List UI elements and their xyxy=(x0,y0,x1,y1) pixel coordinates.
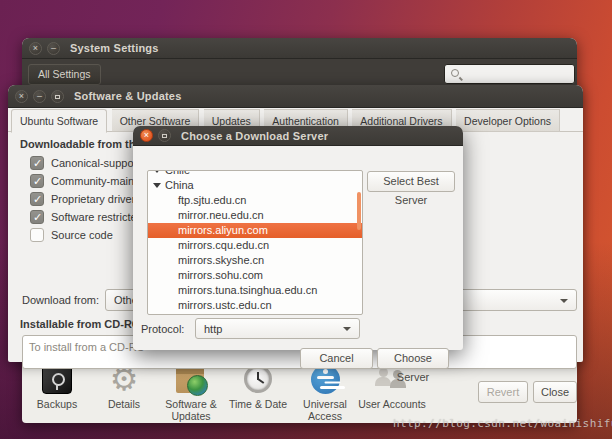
list-item-label: China xyxy=(165,179,194,191)
checkbox-icon xyxy=(30,156,44,170)
cancel-button[interactable]: Cancel xyxy=(300,348,373,369)
dialog-body: Chile China ftp.sjtu.edu.cn mirror.neu.e… xyxy=(133,146,463,350)
list-item-server[interactable]: ftp.sjtu.edu.cn xyxy=(148,193,362,208)
system-settings-titlebar: × – System Settings xyxy=(22,38,577,59)
close-icon[interactable]: × xyxy=(29,42,42,55)
close-icon[interactable]: × xyxy=(15,90,28,103)
list-item-label: mirrors.sohu.com xyxy=(178,269,263,281)
list-item-label: mirrors.yun-idc.com xyxy=(178,314,275,315)
protocol-dropdown[interactable]: http xyxy=(195,318,360,339)
list-item-label: mirrors.ustc.edu.cn xyxy=(178,299,272,311)
tab-developer-options[interactable]: Developer Options xyxy=(456,109,560,132)
select-best-server-button[interactable]: Select Best Server xyxy=(367,171,455,192)
checkbox-source-code[interactable]: Source code xyxy=(30,228,113,242)
list-item-server[interactable]: mirrors.sohu.com xyxy=(148,268,362,283)
minimize-icon[interactable]: – xyxy=(47,42,60,55)
maximize-icon[interactable] xyxy=(51,90,64,103)
expander-icon xyxy=(153,183,161,188)
clock-icon xyxy=(244,365,272,393)
dock-item-backups[interactable]: Backups xyxy=(22,362,92,422)
checkbox-label: Software restricted xyxy=(51,211,143,223)
dock-item-label: Backups xyxy=(22,399,92,411)
maximize-icon[interactable] xyxy=(158,129,171,142)
accessibility-icon xyxy=(311,365,340,394)
list-item-label: mirror.neu.edu.cn xyxy=(178,209,264,221)
cdrom-placeholder: To install from a CD-RO xyxy=(29,341,145,353)
list-item-server[interactable]: mirrors.cqu.edu.cn xyxy=(148,238,362,253)
search-icon xyxy=(451,69,459,77)
list-item-server[interactable]: mirrors.skyshe.cn xyxy=(148,253,362,268)
section-cdrom-heading: Installable from CD-ROM xyxy=(20,318,150,330)
list-item-country[interactable]: China xyxy=(148,178,362,193)
list-item-label: mirrors.skyshe.cn xyxy=(178,254,264,266)
desktop-background: × – System Settings All Settings Backups… xyxy=(0,0,612,439)
dock-item-universal-access[interactable]: Universal Access xyxy=(290,362,360,422)
section-downloadable-heading: Downloadable from the xyxy=(20,138,142,150)
choose-download-server-dialog: × Choose a Download Server Chile China f… xyxy=(133,126,463,350)
tab-ubuntu-software[interactable]: Ubuntu Software xyxy=(11,109,107,133)
list-item-label: mirrors.tuna.tsinghua.edu.cn xyxy=(178,284,317,296)
server-list: Chile China ftp.sjtu.edu.cn mirror.neu.e… xyxy=(147,170,363,315)
list-item-server[interactable]: mirrors.yun-idc.com xyxy=(148,313,362,315)
checkbox-icon xyxy=(30,174,44,188)
protocol-value: http xyxy=(204,323,222,335)
dock-item-label: Universal Access xyxy=(290,399,360,422)
settings-icon-grid: Backups ⚙ Details Software & Updates Tim… xyxy=(22,362,447,422)
choose-server-button[interactable]: Choose Server xyxy=(377,348,449,369)
chevron-down-icon xyxy=(560,299,568,303)
safe-icon xyxy=(42,365,72,394)
watermark-text: http://blog.csdn.net/woainishifu xyxy=(393,417,612,430)
dialog-title: Choose a Download Server xyxy=(181,130,328,142)
dock-item-label: Software & Updates xyxy=(156,399,226,422)
list-item-label: mirrors.aliyun.com xyxy=(178,224,268,236)
window-title: System Settings xyxy=(70,42,159,54)
download-from-label: Download from: xyxy=(22,294,99,306)
scrollbar[interactable] xyxy=(357,192,361,230)
package-globe-icon xyxy=(176,366,204,393)
checkbox-icon xyxy=(30,210,44,224)
checkbox-label: Source code xyxy=(51,229,113,241)
protocol-label: Protocol: xyxy=(141,323,184,335)
close-button[interactable]: Close xyxy=(533,381,577,403)
dock-item-label: Details xyxy=(89,399,159,411)
list-item-label: ftp.sjtu.edu.cn xyxy=(178,194,247,206)
list-item-server[interactable]: mirrors.tuna.tsinghua.edu.cn xyxy=(148,283,362,298)
window-title: Software & Updates xyxy=(74,90,182,102)
dialog-titlebar: × Choose a Download Server xyxy=(133,126,463,146)
checkbox-icon xyxy=(30,228,44,242)
minimize-icon[interactable]: – xyxy=(33,90,46,103)
close-icon[interactable]: × xyxy=(140,129,153,142)
expander-icon xyxy=(153,170,161,173)
software-updates-titlebar: × – Software & Updates xyxy=(8,85,583,108)
checkbox-proprietary-drivers[interactable]: Proprietary drivers f xyxy=(30,192,147,206)
checkbox-icon xyxy=(30,192,44,206)
dock-item-label: Time & Date xyxy=(223,399,293,411)
chevron-down-icon xyxy=(343,327,351,331)
list-item-server[interactable]: mirror.neu.edu.cn xyxy=(148,208,362,223)
all-settings-button[interactable]: All Settings xyxy=(28,64,101,85)
search-input[interactable] xyxy=(444,64,575,84)
dock-item-time-date[interactable]: Time & Date xyxy=(223,362,293,422)
list-item-country[interactable]: Chile xyxy=(148,170,362,178)
list-item-label: mirrors.cqu.edu.cn xyxy=(178,239,269,251)
dock-item-software-updates[interactable]: Software & Updates xyxy=(156,362,226,422)
dock-item-details[interactable]: ⚙ Details xyxy=(89,362,159,422)
checkbox-software-restricted[interactable]: Software restricted xyxy=(30,210,143,224)
revert-button[interactable]: Revert xyxy=(478,381,528,403)
dock-item-label: User Accounts xyxy=(357,399,427,411)
list-item-label: Chile xyxy=(165,170,190,176)
list-item-server[interactable]: mirrors.ustc.edu.cn xyxy=(148,298,362,313)
list-item-server-selected[interactable]: mirrors.aliyun.com xyxy=(148,223,362,238)
